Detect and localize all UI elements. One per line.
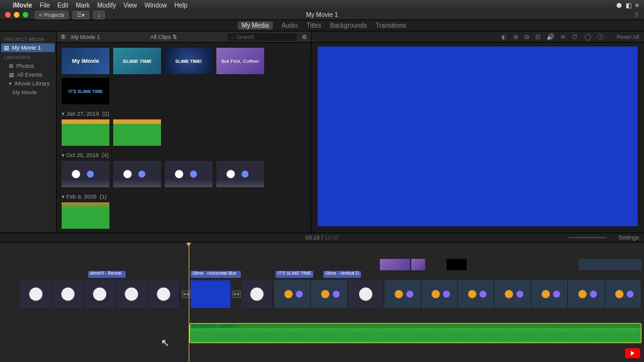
thumb-clip[interactable]	[62, 202, 109, 229]
timeline[interactable]: slime!!! - Reveal Slime - Horizontal Blu…	[0, 243, 644, 362]
crop-icon[interactable]: ⧉	[525, 33, 529, 41]
overlay-clip[interactable]	[579, 259, 641, 270]
menu-help[interactable]: Help	[174, 2, 187, 9]
timeline-settings-button[interactable]: Settings	[618, 234, 639, 241]
noise-icon[interactable]: ≋	[560, 33, 565, 40]
playhead[interactable]	[189, 243, 189, 362]
import-button[interactable]: ↓	[93, 11, 105, 19]
tab-audio[interactable]: Audio	[282, 22, 298, 29]
video-clip[interactable]	[274, 280, 641, 308]
video-clip[interactable]	[191, 280, 231, 308]
color-balance-icon[interactable]: ◐	[501, 33, 507, 40]
transition-icon[interactable]: ▸◂	[232, 290, 241, 298]
sidebar-item-project[interactable]: ▤ My Movie 1	[1, 43, 55, 52]
event-header[interactable]: ▾ Feb 9, 2005 (1)	[62, 194, 306, 200]
sidebar-header: PROJECT MEDIA	[4, 36, 52, 42]
menu-mark[interactable]: Mark	[75, 2, 89, 9]
status-icon[interactable]: ⬢	[616, 2, 622, 9]
window-titlebar: < Projects ☰▾ ↓ My Movie 1 ⇧	[0, 10, 644, 20]
search-input[interactable]: ⌕ Search	[228, 33, 297, 41]
thumb-slime-time-2[interactable]: SLIME TIME!	[165, 48, 213, 74]
media-tabs: My Media Audio Titles Backgrounds Transi…	[0, 20, 644, 31]
event-header[interactable]: ▾ Jan 27, 2019 (2)	[62, 111, 306, 117]
timeline-header: 03:15 / 12:00 Settings	[0, 233, 644, 243]
thumb-clip[interactable]	[62, 161, 109, 187]
menu-window[interactable]: Window	[145, 2, 167, 9]
thumb-slime-time[interactable]: SLIME TIME	[113, 48, 161, 74]
media-browser: ⦿ My Movie 1 All Clips ⇅ ⌕ Search ⚙ My i…	[57, 31, 311, 233]
thumb-clip[interactable]	[216, 161, 264, 187]
thumb-coffee[interactable]: But First, Coffee!	[216, 48, 264, 74]
title-clip[interactable]: Slime - Vertical D...	[323, 271, 361, 278]
youtube-icon	[625, 348, 640, 358]
status-icon[interactable]: ◧	[626, 2, 631, 9]
tab-titles[interactable]: Titles	[306, 22, 321, 29]
record-icon[interactable]: ⦿	[60, 34, 66, 40]
stabilize-icon[interactable]: ⊟	[535, 33, 540, 40]
title-clip[interactable]: Slime - Horizontal Blur	[191, 271, 241, 278]
event-header[interactable]: ▾ Oct 20, 2018 (4)	[62, 152, 306, 158]
thumb-its-slime-time[interactable]: IT'S SLIME TIME	[62, 78, 109, 104]
browser-title: My Movie 1	[71, 34, 100, 40]
status-icon[interactable]: ≡	[635, 2, 639, 9]
thumb-clip[interactable]	[62, 119, 109, 146]
filter-icon[interactable]: ◯	[584, 33, 591, 40]
info-icon[interactable]: ⓘ	[597, 33, 604, 41]
overlay-clip[interactable]	[380, 259, 410, 270]
title-clip[interactable]: slime!!! - Reveal	[88, 271, 126, 278]
video-clip[interactable]	[20, 280, 180, 308]
tab-my-media[interactable]: My Media	[238, 21, 272, 30]
tab-backgrounds[interactable]: Backgrounds	[330, 22, 367, 29]
cursor-icon: ↖	[161, 337, 169, 349]
thumb-clip[interactable]	[113, 161, 161, 187]
overlay-clip[interactable]	[447, 259, 467, 270]
preview-viewer: ◐ ⊛ ⧉ ⊟ 🔊 ≋ ⏱ ◯ ⓘ Reset All	[311, 31, 644, 233]
window-title: My Movie 1	[306, 11, 338, 18]
traffic-lights[interactable]	[0, 12, 28, 18]
filter-dropdown[interactable]: All Clips ⇅	[150, 34, 177, 40]
menu-view[interactable]: View	[123, 2, 137, 9]
menu-modify[interactable]: Modify	[97, 2, 116, 9]
sidebar-item-all-events[interactable]: ▦ All Events	[4, 70, 52, 79]
sidebar-item-library[interactable]: ▾iMovie Library	[4, 79, 52, 88]
overlay-clip[interactable]	[411, 259, 425, 270]
color-correct-icon[interactable]: ⊛	[513, 33, 518, 40]
preview-canvas[interactable]	[318, 47, 638, 226]
back-projects-button[interactable]: < Projects	[35, 11, 69, 19]
thumb-clip[interactable]	[165, 161, 213, 187]
share-button[interactable]: ⇧	[634, 11, 639, 18]
menu-app[interactable]: iMovie	[13, 2, 32, 9]
audio-clip[interactable]: 05_Dimples - oomiee	[189, 323, 641, 343]
tab-transitions[interactable]: Transitions	[375, 22, 406, 29]
thumb-my-imovie[interactable]: My iMovie	[62, 48, 109, 74]
sidebar-item-my-movie[interactable]: My Movie	[4, 88, 52, 97]
reset-all-button[interactable]: Reset All	[616, 34, 639, 40]
thumb-clip[interactable]	[113, 119, 161, 146]
audio-clip-label: 05_Dimples - oomiee	[190, 324, 641, 328]
sidebar: PROJECT MEDIA ▤ My Movie 1 LIBRARIES ✿ P…	[0, 31, 57, 233]
video-clip[interactable]	[242, 280, 273, 308]
sidebar-header: LIBRARIES	[4, 55, 52, 60]
settings-icon[interactable]: ⚙	[302, 34, 307, 40]
view-mode-button[interactable]: ☰▾	[72, 11, 89, 19]
sidebar-item-photos[interactable]: ✿ Photos	[4, 62, 52, 70]
menu-edit[interactable]: Edit	[57, 2, 68, 9]
volume-icon[interactable]: 🔊	[547, 33, 554, 40]
playhead-time: 03:15 / 12:00	[306, 234, 339, 241]
title-clip[interactable]: IT'S SLIME TIME...	[275, 271, 313, 278]
menu-file[interactable]: File	[40, 2, 50, 9]
zoom-slider[interactable]	[569, 237, 606, 238]
menubar: iMovie File Edit Mark Modify View Window…	[0, 0, 644, 10]
speed-icon[interactable]: ⏱	[572, 33, 578, 40]
